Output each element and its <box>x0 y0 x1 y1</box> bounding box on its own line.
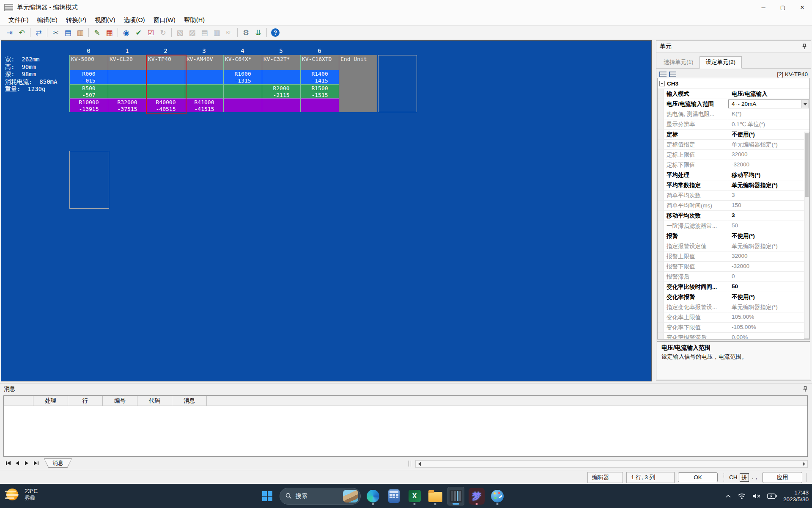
wrench-icon[interactable]: ⚙ <box>240 28 252 38</box>
copy-icon[interactable]: ▤ <box>62 28 74 38</box>
menu-item-1[interactable]: 编辑(E) <box>33 15 62 25</box>
message-col-1[interactable]: 行 <box>68 396 103 406</box>
property-row-11[interactable]: 简单平均时间(ms)150 <box>658 201 809 211</box>
relay-cell[interactable]: R2000-2115 <box>262 84 300 98</box>
property-row-2[interactable]: 热电偶, 测温电阻...K(*) <box>658 109 809 119</box>
unit-column-kv-am40v[interactable]: KV-AM40VR41000-41515 <box>185 55 224 112</box>
ime-language[interactable]: CH <box>729 474 738 480</box>
relay-cell[interactable] <box>185 70 223 84</box>
dropdown-arrow-icon[interactable] <box>801 100 809 108</box>
taskbar-dream-app-icon[interactable]: 梦 <box>468 487 485 505</box>
property-row-14[interactable]: 报警不使用(*) <box>658 231 809 241</box>
start-button[interactable] <box>259 487 276 505</box>
property-row-20[interactable]: 变化率报警不使用(*) <box>658 292 809 302</box>
ok-button[interactable]: OK <box>678 472 718 482</box>
help-icon[interactable]: ? <box>271 28 280 37</box>
pin-icon[interactable] <box>801 44 807 50</box>
splitter-grip[interactable] <box>409 461 411 467</box>
minimize-button[interactable]: ─ <box>754 0 773 14</box>
menu-item-0[interactable]: 文件(F) <box>4 15 33 25</box>
transfer-to-unit-icon[interactable]: ⇥ <box>4 28 15 38</box>
relay-cell[interactable] <box>262 98 300 112</box>
paste-icon[interactable]: ▥ <box>74 28 86 38</box>
property-row-10[interactable]: 简单平均次数3 <box>658 190 809 201</box>
tab-select-unit[interactable]: 选择单元(1) <box>658 57 700 68</box>
prev-page-button[interactable] <box>13 459 22 467</box>
unit-editor-icon[interactable]: ▦ <box>104 28 115 38</box>
property-row-24[interactable]: 变化率报警滞后0.00% <box>658 333 809 340</box>
switch-window-icon[interactable]: ⇄ <box>33 28 44 38</box>
close-button[interactable]: ✕ <box>793 0 812 14</box>
search-box[interactable]: 搜索 <box>280 488 361 505</box>
relay-cell[interactable] <box>185 84 223 98</box>
search-highlight-image[interactable] <box>343 490 358 502</box>
relay-cell[interactable] <box>224 98 262 112</box>
pin-icon[interactable] <box>802 386 808 392</box>
unit-column-kv-c16xtd[interactable]: KV-C16XTDR1400-1415R1500-1515 <box>301 55 339 112</box>
relay-cell[interactable]: R10000-13915 <box>70 98 108 112</box>
tray-chevron-icon[interactable] <box>725 494 731 498</box>
scroll-left-arrow[interactable] <box>416 461 423 467</box>
message-col-0[interactable]: 处理 <box>33 396 68 406</box>
value-combobox[interactable]: 4 ~ 20mA <box>728 99 809 108</box>
property-row-22[interactable]: 变化率上限值105.00% <box>658 312 809 323</box>
unit-column-kv-cl20[interactable]: KV-CL20R32000-37515 <box>108 55 147 112</box>
property-row-13[interactable]: 一阶滞后滤波器常...50 <box>658 221 809 231</box>
expand-all-icon[interactable] <box>669 72 676 77</box>
volume-muted-icon[interactable] <box>752 493 761 500</box>
relay-cell[interactable] <box>301 98 339 112</box>
undo-icon[interactable]: ↶ <box>16 28 27 38</box>
taskbar-excel-icon[interactable]: X <box>406 487 423 505</box>
taskbar-edge-icon[interactable] <box>365 487 381 505</box>
relay-cell[interactable]: R1500-1515 <box>301 84 339 98</box>
taskbar-clock[interactable]: 17:43 2023/5/30 <box>783 489 809 503</box>
property-row-12[interactable]: 移动平均次数3 <box>658 211 809 221</box>
horizontal-scrollbar[interactable] <box>415 460 808 468</box>
rly-check-icon[interactable]: ☑ <box>145 28 156 38</box>
collapse-icon[interactable] <box>659 81 665 86</box>
property-row-4[interactable]: 定标不使用(*) <box>658 130 809 140</box>
property-row-5[interactable]: 定标值指定单元编辑器指定(*) <box>658 140 809 150</box>
menu-item-3[interactable]: 视图(V) <box>91 15 119 25</box>
tab-setup-unit[interactable]: 设定单元(2) <box>700 56 742 69</box>
relay-cell[interactable]: R41000-41515 <box>185 98 223 112</box>
unit-column-kv-5000[interactable]: KV-5000R000-015R500-507R10000-13915 <box>70 55 108 112</box>
taskbar-paint-app-icon[interactable] <box>489 487 506 505</box>
menu-item-2[interactable]: 转换(P) <box>62 15 91 25</box>
property-row-16[interactable]: 报警上限值32000 <box>658 251 809 262</box>
message-col-4[interactable]: 消息 <box>172 396 207 406</box>
property-row-18[interactable]: 报警滞后0 <box>658 272 809 282</box>
relay-cell[interactable] <box>262 70 300 84</box>
maximize-button[interactable]: ▢ <box>773 0 793 14</box>
property-scrollbar[interactable] <box>804 132 809 339</box>
property-row-1[interactable]: 电压/电流输入范围4 ~ 20mA <box>658 99 809 109</box>
unit-column-kv-c64x*[interactable]: KV-C64X*R1000-1315 <box>224 55 262 112</box>
scroll-right-arrow[interactable] <box>800 461 807 467</box>
message-col-3[interactable]: 代码 <box>137 396 172 406</box>
collapse-all-icon[interactable] <box>659 72 667 77</box>
weather-widget[interactable]: 23°C 雾霾 <box>5 487 38 502</box>
property-row-7[interactable]: 定标下限值-32000 <box>658 160 809 170</box>
relay-cell[interactable]: R1400-1415 <box>301 70 339 84</box>
relay-cell[interactable]: R40000-40515 <box>147 98 185 112</box>
property-row-17[interactable]: 报警下限值-32000 <box>658 262 809 272</box>
channel-group-row[interactable]: CH3 <box>658 78 809 89</box>
property-row-23[interactable]: 变化率下限值-105.00% <box>658 323 809 333</box>
cut-icon[interactable]: ✂ <box>50 28 61 38</box>
relay-cell[interactable]: R500-507 <box>70 84 108 98</box>
last-page-button[interactable] <box>31 459 41 467</box>
battery-charging-icon[interactable] <box>767 493 777 499</box>
next-page-button[interactable] <box>22 459 31 467</box>
relay-cell[interactable]: R000-015 <box>70 70 108 84</box>
property-row-3[interactable]: 显示分辨率0.1℃ 单位(*) <box>658 119 809 130</box>
property-row-9[interactable]: 平均常数指定单元编辑器指定(*) <box>658 180 809 190</box>
scrollbar-thumb[interactable] <box>805 133 809 197</box>
relay-cell[interactable] <box>147 70 185 84</box>
wifi-icon[interactable] <box>738 493 746 500</box>
ime-punctuation-icon[interactable]: 。, <box>752 474 757 480</box>
menu-item-5[interactable]: 窗口(W) <box>149 15 179 25</box>
apply-button[interactable]: 应用 <box>763 472 802 483</box>
empty-slot-box[interactable] <box>378 55 417 112</box>
property-row-6[interactable]: 定标上限值32000 <box>658 150 809 160</box>
relay-cell[interactable] <box>108 70 146 84</box>
